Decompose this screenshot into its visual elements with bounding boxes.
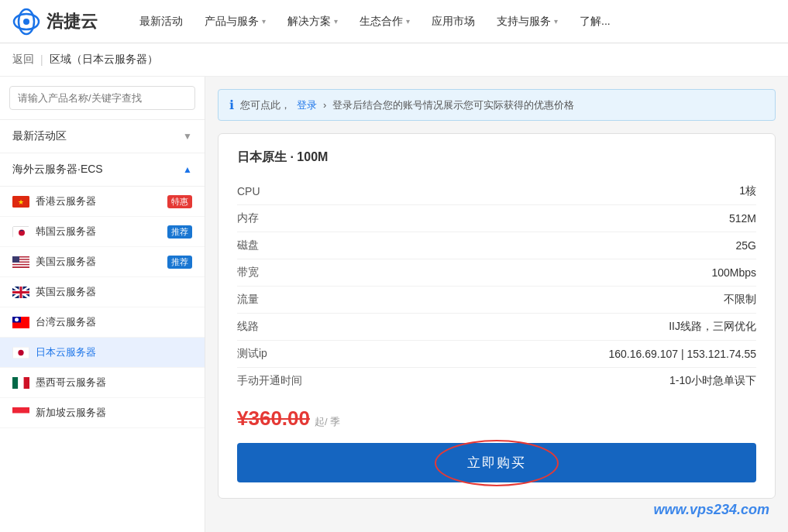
notice-login-link[interactable]: 登录 [297,98,317,112]
breadcrumb-separator: | [40,53,43,66]
svg-text:★: ★ [18,198,24,206]
sidebar: 最新活动区 ▼ 海外云服务器·ECS ▲ ★ 香港云服务器 特惠 [0,77,205,532]
nav-item-about[interactable]: 了解... [569,0,621,43]
badge-special: 特惠 [167,195,192,208]
sidebar-section-ecs: 海外云服务器·ECS ▲ ★ 香港云服务器 特惠 韩国云服务器 推荐 [0,153,205,428]
svg-rect-11 [12,265,29,266]
spec-value-traffic: 不限制 [315,287,756,314]
svg-point-2 [23,19,29,25]
product-title: 日本原生 · 100M [237,149,756,166]
product-card: 日本原生 · 100M CPU 1核 内存 512M 磁盘 25G 带宽 100… [218,133,776,499]
notice-text-after: 登录后结合您的账号情况展示您可实际获得的优惠价格 [332,98,574,112]
buy-button[interactable]: 立即购买 [237,443,756,482]
spec-row-testip: 测试ip 160.16.69.107 | 153.121.74.55 [237,341,756,368]
spec-row-traffic: 流量 不限制 [237,287,756,314]
nav-item-ecosystem[interactable]: 生态合作▾ [349,0,421,43]
spec-value-disk: 25G [315,232,756,259]
svg-rect-26 [18,377,23,389]
flag-tw-icon [12,317,29,328]
svg-rect-29 [12,413,29,419]
sidebar-item-japan[interactable]: 日本云服务器 [0,338,205,368]
spec-label-disk: 磁盘 [237,232,315,259]
svg-rect-25 [12,377,18,389]
flag-jp-icon [12,347,29,359]
chevron-down-icon: ▼ [183,131,192,142]
price-row: ¥360.00 起/ 季 [237,407,756,431]
chevron-down-icon: ▾ [406,17,410,26]
badge-recommend-us: 推荐 [167,256,192,269]
badge-recommend: 推荐 [167,225,192,239]
main-nav: 最新活动 产品与服务▾ 解决方案▾ 生态合作▾ 应用市场 支持与服务▾ 了解..… [129,0,776,43]
sidebar-item-usa[interactable]: 美国云服务器 推荐 [0,247,205,277]
content-area: ℹ 您可点此， 登录 › 登录后结合您的账号情况展示您可实际获得的优惠价格 日本… [205,77,788,532]
info-icon: ℹ [229,98,234,112]
spec-value-memory: 512M [315,205,756,232]
chevron-down-icon: ▾ [262,17,266,26]
breadcrumb: 返回 | 区域（日本云服务器） [0,43,788,77]
chevron-up-icon: ▲ [183,164,192,175]
spec-label-testip: 测试ip [237,341,315,368]
main-layout: 最新活动区 ▼ 海外云服务器·ECS ▲ ★ 香港云服务器 特惠 [0,77,788,532]
nav-item-solutions[interactable]: 解决方案▾ [277,0,349,43]
breadcrumb-current: 区域（日本云服务器） [50,53,158,67]
sidebar-item-uk[interactable]: 英国云服务器 [0,277,205,307]
sidebar-section-latest-header[interactable]: 最新活动区 ▼ [0,120,205,153]
sidebar-section-latest: 最新活动区 ▼ [0,120,205,153]
spec-value-testip: 160.16.69.107 | 153.121.74.55 [315,341,756,368]
flag-kr-icon [12,226,29,238]
flag-hk-icon: ★ [12,196,29,208]
logo[interactable]: 浩捷云 [12,8,98,36]
spec-value-bandwidth: 100Mbps [315,259,756,287]
sidebar-section-ecs-header[interactable]: 海外云服务器·ECS ▲ [0,153,205,187]
spec-row-activation: 手动开通时间 1-10小时急单误下 [237,368,756,395]
nav-item-market[interactable]: 应用市场 [421,0,486,43]
sidebar-item-singapore[interactable]: 新加坡云服务器 [0,398,205,428]
flag-us-icon [12,256,29,268]
spec-row-memory: 内存 512M [237,205,756,232]
sidebar-item-mexico[interactable]: 墨西哥云服务器 [0,368,205,398]
spec-label-bandwidth: 带宽 [237,259,315,287]
spec-label-cpu: CPU [237,178,315,205]
flag-mx-icon [12,377,29,389]
product-price: ¥360.00 [237,407,310,431]
notice-arrow-icon: › [323,99,326,111]
spec-row-cpu: CPU 1核 [237,178,756,205]
svg-point-22 [15,317,19,321]
nav-item-latest[interactable]: 最新活动 [129,0,194,43]
svg-rect-10 [12,263,29,264]
spec-label-activation: 手动开通时间 [237,368,315,395]
nav-item-products[interactable]: 产品与服务▾ [194,0,277,43]
sidebar-item-taiwan[interactable]: 台湾云服务器 [0,307,205,338]
spec-label-traffic: 流量 [237,287,315,314]
chevron-down-icon: ▾ [554,17,558,26]
logo-icon [12,8,40,36]
price-suffix: 起/ 季 [315,415,340,429]
spec-value-cpu: 1核 [315,178,756,205]
sidebar-item-korea[interactable]: 韩国云服务器 推荐 [0,217,205,247]
logo-text: 浩捷云 [46,10,98,33]
svg-point-24 [18,349,23,355]
breadcrumb-back[interactable]: 返回 [12,53,34,67]
header: 浩捷云 最新活动 产品与服务▾ 解决方案▾ 生态合作▾ 应用市场 支持与服务▾ … [0,0,788,43]
product-specs-table: CPU 1核 内存 512M 磁盘 25G 带宽 100Mbps 流量 不限 [237,178,756,394]
chevron-down-icon: ▾ [334,17,338,26]
spec-row-disk: 磁盘 25G [237,232,756,259]
search-input[interactable] [9,86,195,110]
spec-label-memory: 内存 [237,205,315,232]
sidebar-item-hongkong[interactable]: ★ 香港云服务器 特惠 [0,187,205,217]
svg-rect-12 [12,256,19,263]
spec-value-line: IIJ线路，三网优化 [315,314,756,341]
spec-label-line: 线路 [237,314,315,341]
spec-row-bandwidth: 带宽 100Mbps [237,259,756,287]
flag-sg-icon [12,407,29,419]
search-box [0,77,205,120]
watermark: www.vps234.com [654,502,769,518]
spec-row-line: 线路 IIJ线路，三网优化 [237,314,756,341]
flag-uk-icon [12,287,29,298]
nav-item-support[interactable]: 支持与服务▾ [486,0,569,43]
spec-value-activation: 1-10小时急单误下 [315,368,756,395]
svg-rect-27 [24,377,29,389]
notice-text-before: 您可点此， [240,98,291,112]
notice-bar: ℹ 您可点此， 登录 › 登录后结合您的账号情况展示您可实际获得的优惠价格 [218,89,776,121]
